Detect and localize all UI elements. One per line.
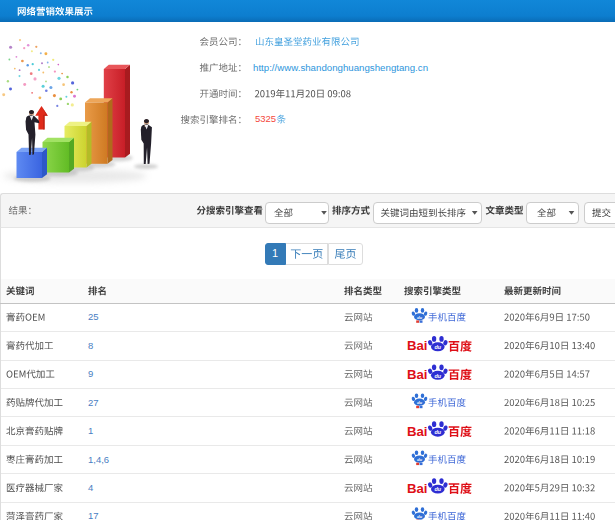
svg-text:8: 8 [88,340,93,351]
svg-text:Bai: Bai [407,481,428,496]
svg-text:1: 1 [88,425,93,436]
svg-text:du: du [417,315,423,320]
svg-text:27: 27 [88,397,99,408]
svg-text:4: 4 [88,482,93,493]
svg-text:du: du [435,486,442,492]
svg-text:du: du [435,429,442,435]
svg-text:Bai: Bai [407,338,428,353]
svg-text:Bai: Bai [407,367,428,382]
svg-text:http://www.shandonghuangshengt: http://www.shandonghuangshengtang.cn [253,62,428,73]
svg-text:du: du [435,344,442,350]
svg-text:1: 1 [272,247,278,259]
svg-text:17: 17 [88,510,99,520]
svg-text:du: du [435,373,442,379]
svg-text:du: du [417,457,423,462]
svg-text:du: du [417,400,423,405]
svg-text:du: du [417,514,423,519]
svg-text:25: 25 [88,311,99,322]
svg-text:Bai: Bai [407,424,428,439]
svg-text:1,4,6: 1,4,6 [88,454,109,465]
svg-text:9: 9 [88,368,93,379]
svg-text:5325: 5325 [255,113,276,124]
